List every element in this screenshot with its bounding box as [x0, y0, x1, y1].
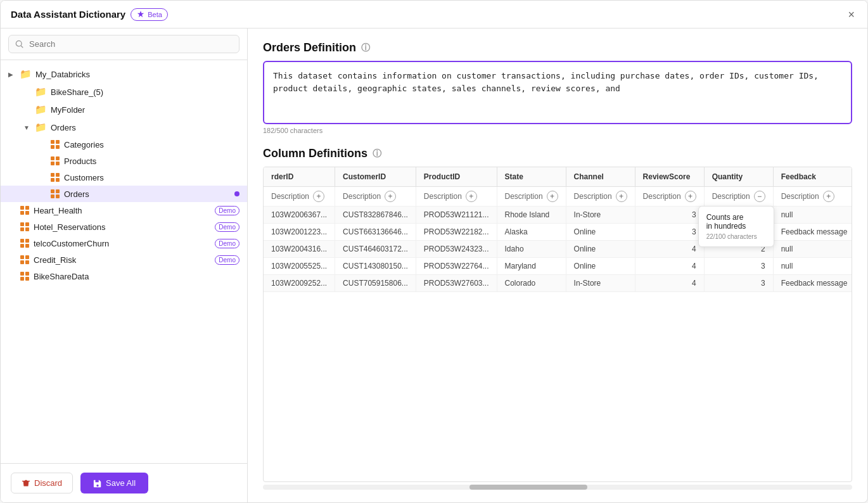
- cell-channel: Online: [566, 241, 635, 258]
- sidebar-item-label: Credit_Risk: [34, 255, 211, 265]
- cell-feedback: null: [773, 207, 852, 224]
- cell-productid: PROD53W21121...: [416, 207, 497, 224]
- cell-reviewscore: 3: [635, 224, 704, 241]
- table-icon: [20, 222, 30, 232]
- sidebar-item-label: MyFolder: [51, 105, 239, 115]
- add-description-button-channel[interactable]: +: [616, 191, 627, 202]
- sidebar-item-bikeshare5[interactable]: ▶ 📁 BikeShare_(5): [1, 83, 247, 101]
- search-input-wrapper[interactable]: [8, 35, 239, 53]
- svg-rect-24: [20, 227, 24, 231]
- cell-reviewscore: 4: [635, 258, 704, 275]
- cell-state: Colorado: [497, 275, 566, 292]
- desc-label: Description: [643, 192, 681, 201]
- sidebar-item-label: Categories: [64, 140, 239, 150]
- sidebar-item-hotel-reservations[interactable]: ▶ Hotel_Reservations Demo: [1, 219, 247, 235]
- table-icon: [20, 255, 30, 265]
- discard-icon: [22, 479, 30, 488]
- svg-rect-37: [25, 277, 29, 281]
- desc-label: Description: [271, 192, 309, 201]
- right-panel: Orders Definition ⓘ This dataset contain…: [248, 29, 867, 502]
- cell-state: Idaho: [497, 241, 566, 258]
- col-header-feedback: Feedback: [773, 167, 852, 187]
- cell-customerid: CUST705915806...: [335, 275, 416, 292]
- discard-button[interactable]: Discard: [11, 473, 73, 493]
- tree-container: ▶ 📁 My_Databricks ▶ 📁 BikeShare_(5) ▶ 📁 …: [1, 60, 247, 463]
- info-icon[interactable]: ⓘ: [361, 42, 370, 54]
- column-definitions-title: Column Definitions: [263, 147, 367, 160]
- cell-orderid: 103W2006367...: [264, 207, 335, 224]
- title-bar: Data Assistant Dictionary Beta ×: [1, 1, 867, 29]
- sidebar-item-telco-churn[interactable]: ▶ telcoCustomerChurn Demo: [1, 235, 247, 251]
- sidebar-item-orders[interactable]: ▶ Orders: [1, 186, 247, 202]
- sidebar-footer: Discard Save All: [1, 463, 247, 502]
- table-icon: [20, 205, 30, 215]
- svg-rect-26: [20, 239, 24, 243]
- beta-label: Beta: [148, 11, 162, 18]
- definition-textarea-wrapper[interactable]: This dataset contains information on cus…: [263, 61, 852, 124]
- chevron-down-icon: ▼: [23, 124, 31, 131]
- sidebar-item-orders-group[interactable]: ▼ 📁 Orders: [1, 118, 247, 136]
- save-icon: [93, 479, 102, 488]
- remove-description-button-quantity[interactable]: −: [754, 191, 765, 202]
- svg-rect-25: [25, 227, 29, 231]
- save-button[interactable]: Save All: [80, 473, 148, 493]
- column-table-wrapper: rderID CustomerID ProductID State Channe…: [263, 167, 852, 482]
- svg-rect-34: [20, 272, 24, 276]
- add-description-button-feedback[interactable]: +: [823, 191, 834, 202]
- sidebar-item-customers[interactable]: ▶ Customers: [1, 169, 247, 186]
- scrollbar-thumb[interactable]: [469, 485, 587, 490]
- col-header-orderid: rderID: [264, 167, 335, 187]
- svg-rect-12: [51, 178, 54, 182]
- sidebar-item-label: Hotel_Reservations: [34, 222, 211, 232]
- app-container: Data Assistant Dictionary Beta ×: [0, 0, 868, 503]
- close-button[interactable]: ×: [845, 6, 857, 23]
- cell-state: Alaska: [497, 224, 566, 241]
- desc-cell-feedback: Description +: [773, 187, 852, 207]
- svg-rect-5: [56, 145, 60, 149]
- cell-orderid: 103W2001223...: [264, 224, 335, 241]
- sidebar-item-label: Products: [64, 156, 239, 166]
- sidebar-item-categories[interactable]: ▶ Categories: [1, 136, 247, 153]
- svg-rect-19: [25, 206, 29, 210]
- sidebar-item-credit-risk[interactable]: ▶ Credit_Risk Demo: [1, 251, 247, 268]
- sidebar-item-bikeshare-data[interactable]: ▶ BikeShareData: [1, 268, 247, 284]
- add-description-button-customerid[interactable]: +: [385, 191, 396, 202]
- sidebar-item-label: BikeShare_(5): [51, 87, 239, 97]
- search-icon: [15, 40, 24, 49]
- add-description-button-state[interactable]: +: [547, 191, 558, 202]
- add-description-button-productid[interactable]: +: [466, 191, 477, 202]
- folder-icon: 📁: [20, 68, 32, 80]
- quantity-tooltip: Counts arein hundreds 22/100 characters: [698, 206, 774, 247]
- sidebar-item-products[interactable]: ▶ Products: [1, 153, 247, 169]
- svg-rect-15: [56, 189, 60, 193]
- col-header-productid: ProductID: [416, 167, 497, 187]
- col-header-customerid: CustomerID: [335, 167, 416, 187]
- svg-rect-18: [20, 206, 24, 210]
- cell-state: Rhode Island: [497, 207, 566, 224]
- table-icon: [50, 189, 60, 199]
- column-definitions-section: Column Definitions ⓘ rderID CustomerID P…: [263, 147, 852, 490]
- add-description-button-orderid[interactable]: +: [313, 191, 324, 202]
- svg-rect-10: [51, 173, 54, 177]
- sidebar-item-heart-health[interactable]: ▶ Heart_Health Demo: [1, 202, 247, 219]
- svg-rect-9: [56, 162, 60, 165]
- sidebar-item-my-databricks[interactable]: ▶ 📁 My_Databricks: [1, 65, 247, 83]
- search-input[interactable]: [29, 39, 233, 49]
- desc-label: Description: [343, 192, 381, 201]
- definition-textarea[interactable]: This dataset contains information on cus…: [273, 70, 842, 108]
- info-icon-columns[interactable]: ⓘ: [373, 148, 381, 160]
- cell-customerid: CUST663136646...: [335, 224, 416, 241]
- cell-productid: PROD53W24323...: [416, 241, 497, 258]
- add-description-button-reviewscore[interactable]: +: [685, 191, 696, 202]
- table-row: 103W2005525... CUST143080150... PROD53W2…: [264, 258, 852, 275]
- cell-customerid: CUST464603172...: [335, 241, 416, 258]
- col-header-quantity: Quantity: [704, 167, 773, 187]
- horizontal-scrollbar[interactable]: [263, 485, 852, 490]
- svg-line-1: [21, 46, 23, 48]
- sidebar-item-myfolder[interactable]: ▶ 📁 MyFolder: [1, 101, 247, 118]
- cell-reviewscore: 3: [635, 207, 704, 224]
- svg-rect-23: [25, 222, 29, 226]
- desc-cell-quantity: Description − Counts arein hundreds 22/1…: [704, 187, 773, 207]
- folder-icon: 📁: [35, 122, 47, 133]
- svg-rect-4: [51, 145, 54, 149]
